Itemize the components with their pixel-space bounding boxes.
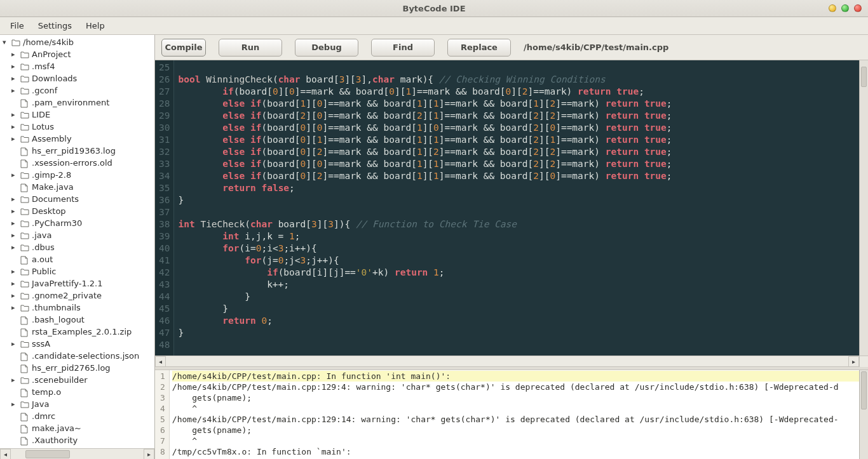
chevron-right-icon[interactable]: ▸ <box>11 231 18 239</box>
chevron-right-icon[interactable]: ▸ <box>11 62 18 70</box>
chevron-right-icon[interactable]: ▸ <box>11 400 18 408</box>
tree-item[interactable]: ▸.scenebuilder <box>0 374 154 386</box>
chevron-right-icon[interactable]: ▸ <box>11 279 18 288</box>
code-line[interactable]: else if(board[0][0]==mark && board[1][0]… <box>178 122 672 134</box>
code-line[interactable]: else if(board[0][0]==mark && board[1][1]… <box>178 158 672 170</box>
console-line[interactable]: /home/s4kib/CPP/test/main.cpp:129:14: wa… <box>172 414 859 425</box>
code-line[interactable] <box>178 62 672 74</box>
chevron-right-icon[interactable]: ▸ <box>11 340 18 348</box>
editor-vscroll[interactable] <box>859 60 868 356</box>
tree-item[interactable]: ▸Downloads <box>0 72 154 84</box>
chevron-right-icon[interactable]: ▸ <box>11 376 18 384</box>
tree-item[interactable]: .dmrc <box>0 410 154 422</box>
code-line[interactable]: return false; <box>178 182 672 194</box>
console-line[interactable]: gets(pname); <box>172 392 859 403</box>
tree-item[interactable]: ▸Java <box>0 398 154 410</box>
compile-button[interactable]: Compile <box>161 39 206 57</box>
chevron-down-icon[interactable]: ▾ <box>3 38 9 46</box>
tree-item[interactable]: ▸.msf4 <box>0 60 154 72</box>
tree-item[interactable]: rsta_Examples_2.0.1.zip <box>0 326 154 338</box>
chevron-right-icon[interactable]: ▸ <box>11 219 18 227</box>
console-vscroll[interactable] <box>859 370 868 459</box>
tree-item[interactable]: temp.o <box>0 386 154 398</box>
find-button[interactable]: Find <box>371 39 435 57</box>
chevron-right-icon[interactable]: ▸ <box>11 303 18 312</box>
maximize-button[interactable] <box>841 4 849 12</box>
chevron-right-icon[interactable]: ▸ <box>11 243 18 251</box>
chevron-right-icon[interactable]: ▸ <box>11 267 18 276</box>
run-button[interactable]: Run <box>219 39 282 57</box>
tree-item[interactable]: ▸.thumbnails <box>0 302 154 314</box>
code-line[interactable]: } <box>178 291 672 303</box>
code-line[interactable]: else if(board[0][1]==mark && board[1][1]… <box>178 134 672 146</box>
console-line[interactable]: /tmp/cc5vTm8x.o: In function `main': <box>172 446 859 457</box>
code-line[interactable]: } <box>178 194 672 206</box>
tree-item[interactable]: ▸LIDE <box>0 109 154 121</box>
chevron-right-icon[interactable]: ▸ <box>11 207 18 215</box>
menu-help[interactable]: Help <box>79 19 111 32</box>
code-line[interactable]: int i,j,k = 1; <box>178 230 672 243</box>
code-line[interactable]: for(i=0;i<3;i++){ <box>178 243 672 255</box>
chevron-right-icon[interactable]: ▸ <box>11 86 18 95</box>
chevron-right-icon[interactable]: ▸ <box>11 291 18 300</box>
chevron-right-icon[interactable]: ▸ <box>11 74 18 83</box>
tree-item[interactable]: ▸Documents <box>0 193 154 205</box>
code-line[interactable]: else if(board[0][2]==mark && board[1][2]… <box>178 146 672 158</box>
code-line[interactable] <box>178 206 672 218</box>
scroll-right-icon[interactable]: ▸ <box>144 449 154 459</box>
scroll-left-icon[interactable]: ◂ <box>0 449 11 459</box>
tree-item[interactable]: .pam_environment <box>0 96 154 109</box>
chevron-right-icon[interactable]: ▸ <box>11 171 18 179</box>
console-line[interactable]: ^ <box>172 403 859 414</box>
code-line[interactable]: } <box>178 303 672 315</box>
editor-code[interactable]: bool WinningCheck(char board[3][3],char … <box>174 60 672 356</box>
chevron-right-icon[interactable]: ▸ <box>11 110 18 119</box>
tree-item[interactable]: ▸.gconf <box>0 84 154 96</box>
console-line[interactable]: /home/s4kib/CPP/test/main.cpp: In functi… <box>172 371 859 382</box>
chevron-right-icon[interactable]: ▸ <box>11 123 18 131</box>
minimize-button[interactable] <box>829 4 836 12</box>
tree-item[interactable]: ▸Lotus <box>0 121 154 133</box>
scroll-right-icon[interactable]: ▸ <box>848 356 859 367</box>
code-line[interactable]: for(j=0;j<3;j++){ <box>178 255 672 267</box>
tree-item[interactable]: ▸sssA <box>0 338 154 350</box>
code-line[interactable] <box>178 339 672 351</box>
tree-item[interactable]: .xsession-errors.old <box>0 157 154 169</box>
code-editor[interactable]: 2526272829303132333435363738394041424344… <box>155 60 859 356</box>
menu-file[interactable]: File <box>4 19 31 32</box>
tree-item[interactable]: Make.java <box>0 181 154 193</box>
code-line[interactable]: int TieCheck(char board[3][3]){ // Funct… <box>178 218 672 230</box>
console-line[interactable]: /home/s4kib/CPP/test/main.cpp:129:4: war… <box>172 382 859 392</box>
code-line[interactable]: bool WinningCheck(char board[3][3],char … <box>178 74 672 86</box>
console-line[interactable]: gets(pname); <box>172 425 859 436</box>
tree-root[interactable]: ▾/home/s4kib <box>0 36 154 48</box>
tree-item[interactable]: hs_err_pid2765.log <box>0 362 154 374</box>
console-line[interactable]: ^ <box>172 436 859 446</box>
code-line[interactable]: else if(board[0][2]==mark && board[1][1]… <box>178 170 672 182</box>
tree-item[interactable]: make.java~ <box>0 422 154 434</box>
debug-button[interactable]: Debug <box>295 39 358 57</box>
replace-button[interactable]: Replace <box>447 39 511 57</box>
editor-hscroll[interactable]: ◂ ▸ <box>155 356 868 366</box>
code-line[interactable]: if(board[i][j]=='0'+k) return 1; <box>178 267 672 279</box>
code-line[interactable]: return 0; <box>178 315 672 327</box>
chevron-right-icon[interactable]: ▸ <box>11 50 18 58</box>
tree-hscroll-thumb[interactable] <box>25 450 70 458</box>
tree-item[interactable]: ▸.java <box>0 229 154 241</box>
code-line[interactable]: k++; <box>178 279 672 291</box>
code-line[interactable]: else if(board[1][0]==mark && board[1][1]… <box>178 98 672 110</box>
tree-item[interactable]: ▸Desktop <box>0 205 154 217</box>
chevron-right-icon[interactable]: ▸ <box>11 195 18 203</box>
tree-item[interactable]: hs_err_pid19363.log <box>0 145 154 157</box>
close-button[interactable] <box>854 4 862 12</box>
tree-item[interactable]: ▸Public <box>0 265 154 277</box>
code-line[interactable]: } <box>178 327 672 339</box>
scroll-left-icon[interactable]: ◂ <box>155 356 166 367</box>
tree-item[interactable]: ▸.dbus <box>0 241 154 253</box>
chevron-right-icon[interactable]: ▸ <box>11 135 18 143</box>
code-line[interactable]: if(board[0][0]==mark && board[0][1]==mar… <box>178 86 672 98</box>
console-vscroll-thumb[interactable] <box>861 371 867 409</box>
tree-item[interactable]: ▸.gnome2_private <box>0 289 154 302</box>
tree-item[interactable]: .candidate-selections.json <box>0 350 154 362</box>
tree-item[interactable]: ▸JavaPrettify-1.2.1 <box>0 277 154 289</box>
